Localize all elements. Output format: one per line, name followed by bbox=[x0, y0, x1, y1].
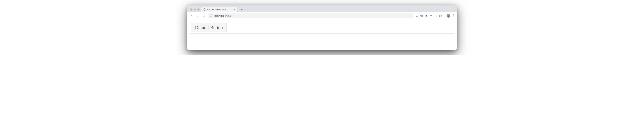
tab-title: AngularKendoUnite bbox=[207, 8, 232, 11]
reload-icon bbox=[202, 14, 206, 17]
svg-rect-10 bbox=[435, 15, 437, 17]
close-tab-icon[interactable]: × bbox=[233, 8, 236, 11]
address-bar[interactable]: localhost:4200 bbox=[208, 13, 413, 18]
browser-menu-button[interactable] bbox=[452, 14, 455, 17]
content-panel: Default Button bbox=[190, 22, 454, 34]
svg-point-3 bbox=[416, 15, 418, 16]
address-port: :4200 bbox=[225, 14, 232, 17]
page-icon bbox=[203, 8, 206, 11]
minimize-window-icon[interactable] bbox=[194, 8, 196, 10]
maximize-window-icon[interactable] bbox=[198, 8, 200, 10]
svg-marker-9 bbox=[430, 15, 432, 17]
zoom-icon[interactable] bbox=[416, 14, 419, 18]
browser-window: AngularKendoUnite × + localhost:4200 bbox=[187, 6, 457, 50]
bookmark-star-icon[interactable] bbox=[420, 14, 423, 18]
arrow-left-icon bbox=[190, 14, 193, 17]
svg-point-2 bbox=[211, 15, 211, 16]
arrow-right-icon bbox=[196, 14, 199, 17]
svg-line-4 bbox=[418, 16, 418, 17]
close-window-icon[interactable] bbox=[190, 8, 192, 10]
default-button[interactable]: Default Button bbox=[191, 23, 226, 32]
extension-info-icon[interactable] bbox=[439, 14, 442, 18]
page-content: Default Button bbox=[188, 19, 456, 50]
extension-vue-icon[interactable] bbox=[430, 14, 433, 18]
extension-buffer-icon[interactable] bbox=[425, 14, 428, 18]
toolbar-right bbox=[414, 14, 455, 18]
browser-tab[interactable]: AngularKendoUnite × bbox=[202, 7, 237, 12]
address-host: localhost bbox=[214, 14, 224, 17]
svg-marker-5 bbox=[420, 14, 423, 17]
toolbar: localhost:4200 bbox=[188, 12, 456, 19]
window-controls bbox=[189, 8, 202, 12]
svg-marker-8 bbox=[425, 16, 428, 17]
site-info-icon[interactable] bbox=[210, 14, 212, 17]
tab-strip: AngularKendoUnite × + bbox=[188, 6, 456, 12]
forward-button[interactable] bbox=[195, 13, 200, 18]
back-button[interactable] bbox=[189, 13, 194, 18]
new-tab-button[interactable]: + bbox=[239, 7, 244, 12]
extension-generic-icon[interactable] bbox=[434, 14, 437, 18]
profile-avatar[interactable] bbox=[446, 14, 450, 18]
reload-button[interactable] bbox=[202, 13, 206, 18]
